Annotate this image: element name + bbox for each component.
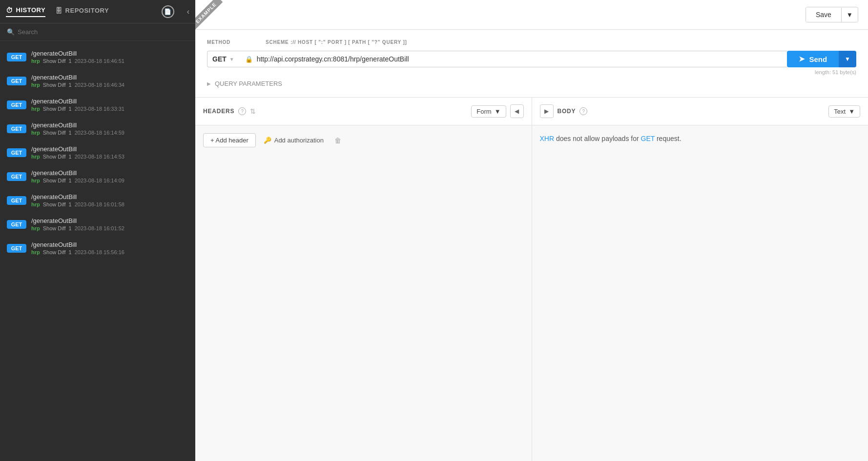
- history-path: /generateOutBill: [31, 193, 188, 200]
- tab-history[interactable]: ⏱ HISTORY: [6, 6, 45, 17]
- show-diff-link[interactable]: Show Diff: [43, 58, 66, 64]
- method-value: GET: [212, 55, 227, 63]
- search-input[interactable]: [18, 28, 188, 36]
- history-num: 1: [69, 178, 72, 183]
- body-panel-body: XHR does not allow payloads for GET requ…: [532, 125, 868, 461]
- history-path: /generateOutBill: [31, 98, 188, 105]
- history-path: /generateOutBill: [31, 121, 188, 129]
- collapse-sidebar-button[interactable]: 📄: [162, 5, 174, 18]
- method-label: METHOD: [207, 40, 266, 45]
- history-path: /generateOutBill: [31, 217, 188, 224]
- send-icon: ➤: [799, 55, 805, 63]
- body-info-icon[interactable]: ?: [579, 107, 587, 115]
- history-env: hrp: [31, 106, 40, 112]
- send-dropdown-button[interactable]: ▼: [839, 51, 856, 67]
- url-label: SCHEME :// HOST [ ":" PORT ] [ PATH [ "?…: [266, 40, 856, 45]
- history-item-info: /generateOutBill hrp Show Diff 1 2023-08…: [31, 169, 188, 183]
- show-diff-link[interactable]: Show Diff: [43, 106, 66, 112]
- history-meta: hrp Show Diff 1 2023-08-18 16:33:31: [31, 106, 188, 112]
- show-diff-link[interactable]: Show Diff: [43, 201, 66, 207]
- body-title: BODY: [558, 108, 576, 115]
- list-item[interactable]: GET /generateOutBill hrp Show Diff 1 202…: [0, 69, 195, 93]
- show-diff-link[interactable]: Show Diff: [43, 178, 66, 183]
- history-time: 2023-08-18 16:01:52: [75, 225, 124, 231]
- history-path: /generateOutBill: [31, 74, 188, 81]
- history-env: hrp: [31, 178, 40, 183]
- history-time: 2023-08-18 16:14:09: [75, 178, 124, 183]
- history-num: 1: [69, 249, 72, 255]
- body-message-end: request.: [657, 135, 682, 142]
- history-time: 2023-08-18 16:14:59: [75, 130, 124, 136]
- body-type-dropdown[interactable]: Text ▼: [828, 105, 860, 118]
- panel-nav-left[interactable]: ◀: [510, 104, 524, 118]
- history-time: 2023-08-18 16:46:51: [75, 58, 124, 64]
- panels-area: HEADERS ? ⇅ Form ▼ ◀ + Add header 🔑 Add …: [195, 98, 868, 461]
- history-time: 2023-08-18 16:46:34: [75, 82, 124, 88]
- top-bar: Save ▼: [195, 0, 868, 30]
- method-badge: GET: [7, 172, 26, 181]
- method-select[interactable]: GET ▼: [207, 51, 239, 67]
- form-label: Form: [476, 108, 491, 115]
- query-params-arrow-icon: ▶: [207, 81, 211, 86]
- search-area: 🔍: [0, 23, 195, 41]
- tab-repository[interactable]: 🗄 REPOSITORY: [55, 7, 109, 17]
- body-panel-header: ▶ BODY ? Text ▼: [532, 98, 868, 125]
- history-path: /generateOutBill: [31, 145, 188, 153]
- add-authorization-button[interactable]: 🔑 Add authorization: [259, 134, 329, 147]
- list-item[interactable]: GET /generateOutBill hrp Show Diff 1 202…: [0, 93, 195, 117]
- xhr-message: XHR does not allow payloads for GET requ…: [540, 133, 861, 144]
- key-icon: 🔑: [264, 137, 271, 144]
- show-diff-link[interactable]: Show Diff: [43, 82, 66, 88]
- show-diff-link[interactable]: Show Diff: [43, 249, 66, 255]
- sidebar: ⏱ HISTORY 🗄 REPOSITORY 📄 ‹ 🔍 GET /genera…: [0, 0, 195, 461]
- list-item[interactable]: GET /generateOutBill hrp Show Diff 1 202…: [0, 117, 195, 140]
- headers-panel-header: HEADERS ? ⇅ Form ▼ ◀: [195, 98, 532, 125]
- body-get-text: GET: [641, 135, 655, 142]
- repository-icon: 🗄: [55, 7, 62, 15]
- send-button-group: ➤ Send ▼: [787, 51, 856, 67]
- add-header-button[interactable]: + Add header: [203, 133, 256, 147]
- history-icon: ⏱: [6, 6, 13, 14]
- list-item[interactable]: GET /generateOutBill hrp Show Diff 1 202…: [0, 45, 195, 69]
- main-content: EXAMPLE Save ▼ METHOD SCHEME :// HOST [ …: [195, 0, 868, 461]
- delete-headers-button[interactable]: 🗑: [331, 134, 344, 147]
- history-num: 1: [69, 225, 72, 231]
- show-diff-link[interactable]: Show Diff: [43, 154, 66, 160]
- history-path: /generateOutBill: [31, 241, 188, 248]
- method-badge: GET: [7, 244, 26, 253]
- headers-form-dropdown[interactable]: Form ▼: [471, 105, 506, 118]
- history-path: /generateOutBill: [31, 169, 188, 177]
- list-item[interactable]: GET /generateOutBill hrp Show Diff 1 202…: [0, 140, 195, 164]
- history-item-info: /generateOutBill hrp Show Diff 1 2023-08…: [31, 50, 188, 64]
- list-item[interactable]: GET /generateOutBill hrp Show Diff 1 202…: [0, 236, 195, 260]
- body-message-middle: does not allow payloads for: [556, 135, 641, 142]
- show-diff-link[interactable]: Show Diff: [43, 225, 66, 231]
- xhr-text: XHR: [540, 135, 555, 142]
- send-button[interactable]: ➤ Send: [787, 51, 839, 67]
- history-item-info: /generateOutBill hrp Show Diff 1 2023-08…: [31, 74, 188, 88]
- request-area: METHOD SCHEME :// HOST [ ":" PORT ] [ PA…: [195, 30, 868, 98]
- url-input[interactable]: [257, 55, 782, 63]
- list-item[interactable]: GET /generateOutBill hrp Show Diff 1 202…: [0, 212, 195, 236]
- query-params-toggle[interactable]: ▶ QUERY PARAMETERS: [207, 80, 856, 87]
- list-item[interactable]: GET /generateOutBill hrp Show Diff 1 202…: [0, 188, 195, 212]
- headers-sort-icon[interactable]: ⇅: [250, 107, 256, 115]
- add-auth-label: Add authorization: [274, 137, 324, 144]
- list-item[interactable]: GET /generateOutBill hrp Show Diff 1 202…: [0, 164, 195, 188]
- toggle-sidebar-button[interactable]: ‹: [187, 7, 189, 16]
- headers-panel-body: + Add header 🔑 Add authorization 🗑: [195, 125, 532, 461]
- save-dropdown-button[interactable]: ▼: [841, 8, 858, 22]
- history-time: 2023-08-18 16:33:31: [75, 106, 124, 112]
- history-num: 1: [69, 58, 72, 64]
- method-badge: GET: [7, 148, 26, 157]
- history-item-info: /generateOutBill hrp Show Diff 1 2023-08…: [31, 241, 188, 255]
- history-env: hrp: [31, 130, 40, 136]
- save-button[interactable]: Save: [806, 7, 841, 22]
- method-badge: GET: [7, 100, 26, 109]
- method-dropdown-icon: ▼: [229, 57, 234, 62]
- history-meta: hrp Show Diff 1 2023-08-18 16:14:53: [31, 154, 188, 160]
- panel-nav-right[interactable]: ▶: [540, 104, 554, 118]
- headers-info-icon[interactable]: ?: [238, 107, 246, 115]
- show-diff-link[interactable]: Show Diff: [43, 130, 66, 136]
- history-path: /generateOutBill: [31, 50, 188, 57]
